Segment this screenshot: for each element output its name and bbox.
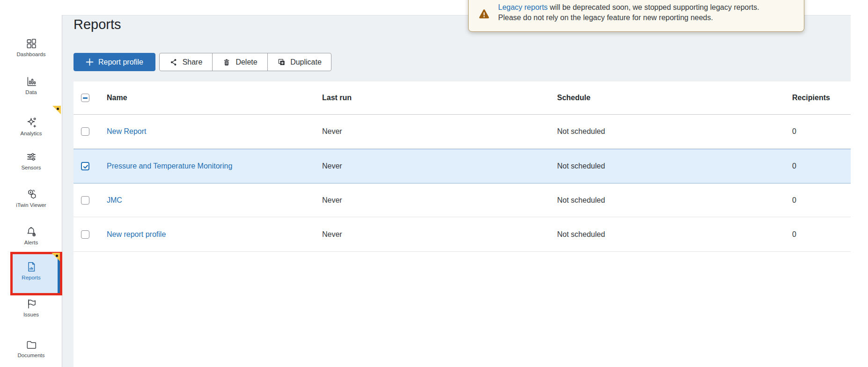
share-label: Share [183,58,203,66]
schedule-cell: Not scheduled [557,115,605,148]
sidebar-item-itwin-viewer[interactable]: iTwin Viewer [0,188,62,217]
recipients-cell: 0 [792,149,796,183]
schedule-cell: Not scheduled [557,184,605,217]
recipients-cell: 0 [792,115,796,148]
sensors-icon [25,151,37,163]
alerts-icon [25,226,37,238]
report-profile-label: Report profile [98,58,143,66]
sidebar-item-data[interactable]: Data [0,75,62,104]
share-icon [169,58,178,66]
sidebar-label: Alerts [0,240,62,246]
toast-message-line1: Legacy reports will be deprecated soon, … [498,2,794,13]
sidebar-item-alerts[interactable]: Alerts [0,226,62,255]
column-header-recipients[interactable]: Recipients [792,81,830,114]
sidebar-item-sensors[interactable]: Sensors [0,151,62,180]
itwin-viewer-icon [25,188,37,200]
sidebar-item-analytics[interactable]: Analytics [0,117,62,146]
analytics-new-feature-badge [52,106,61,114]
sidebar-item-dashboards[interactable]: Dashboards [0,37,62,66]
last-run-cell: Never [322,149,342,183]
row-checkbox[interactable] [81,127,89,136]
warning-icon [478,8,490,20]
documents-icon [25,338,37,351]
last-run-cell: Never [322,217,342,251]
column-header-last-run[interactable]: Last run [322,81,352,114]
app-window: Dashboards Data Analytics [0,0,868,367]
recipients-cell: 0 [792,184,796,217]
report-name-link[interactable]: Pressure and Temperature Monitoring [107,162,232,170]
report-name-link[interactable]: JMC [107,196,122,205]
row-checkbox[interactable] [81,196,89,205]
sidebar-label: Data [0,89,62,95]
report-name-link[interactable]: New report profile [107,230,166,239]
column-header-name[interactable]: Name [107,81,127,114]
sidebar-item-issues[interactable]: Issues [0,298,62,327]
issues-icon [25,298,37,310]
sidebar-item-reports[interactable]: Reports [0,261,62,290]
duplicate-label: Duplicate [290,58,322,66]
analytics-icon [25,117,37,129]
delete-label: Delete [235,58,257,66]
legacy-reports-link[interactable]: Legacy reports [498,3,548,11]
column-header-schedule[interactable]: Schedule [557,81,590,114]
select-all-checkbox[interactable] [81,94,89,102]
table-row[interactable]: New Report Never Not scheduled 0 [74,115,851,149]
report-name-link[interactable]: New Report [107,127,146,136]
table-actions-group: Share Delete Duplicate [159,53,331,71]
table-row[interactable]: Pressure and Temperature Monitoring Neve… [74,149,851,184]
plus-icon [86,58,94,66]
last-run-cell: Never [322,184,342,217]
row-checkbox[interactable] [81,230,89,239]
recipients-cell: 0 [792,217,796,251]
sidebar-label: Analytics [0,131,62,137]
page-title: Reports [74,17,121,32]
legacy-warning-toast: Legacy reports will be deprecated soon, … [468,0,804,32]
toast-message-line2: Please do not rely on the legacy feature… [498,13,794,23]
reports-icon [25,261,37,273]
sidebar-label: Sensors [0,165,62,171]
sidebar-label: Reports [0,275,62,281]
row-checkbox[interactable] [81,162,89,170]
content-gutter [62,81,74,367]
duplicate-button[interactable]: Duplicate [267,53,331,71]
data-icon [25,75,37,88]
table-row[interactable]: New report profile Never Not scheduled 0 [74,217,851,252]
dashboards-icon [25,37,37,50]
share-button[interactable]: Share [160,53,212,71]
sidebar-label: Dashboards [0,51,62,58]
schedule-cell: Not scheduled [557,217,605,251]
report-profile-button[interactable]: Report profile [74,53,155,71]
delete-button[interactable]: Delete [212,53,267,71]
sidebar-item-documents[interactable]: Documents [0,338,62,367]
schedule-cell: Not scheduled [557,149,605,183]
duplicate-icon [277,58,286,66]
sidebar-label: iTwin Viewer [0,202,62,208]
delete-icon [222,58,231,66]
sidebar-label: Issues [0,312,62,318]
table-header-row: Name Last run Schedule Recipients [74,81,851,115]
sidebar-label: Documents [0,352,62,359]
sidebar: Dashboards Data Analytics [0,15,62,367]
table-row[interactable]: JMC Never Not scheduled 0 [74,184,851,217]
last-run-cell: Never [322,115,342,148]
